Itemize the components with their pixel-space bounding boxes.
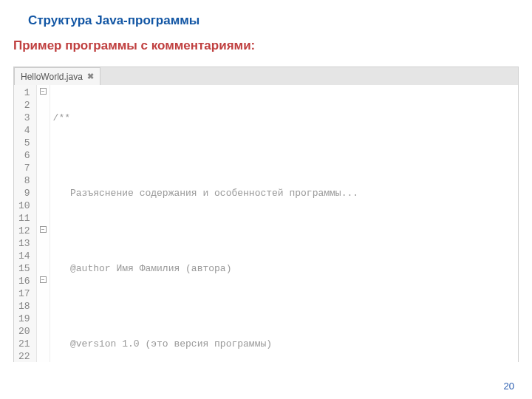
lineno: 17 — [18, 287, 30, 300]
lineno: 15 — [18, 262, 30, 275]
lineno: 8 — [18, 174, 30, 187]
lineno: 5 — [18, 137, 30, 149]
lineno: 22 — [18, 350, 30, 362]
lineno: 10 — [18, 200, 30, 212]
lineno: 18 — [18, 300, 30, 313]
tab-filename: HelloWorld.java — [21, 72, 83, 82]
lineno: 4 — [18, 124, 30, 137]
editor-tabbar: HelloWorld.java ✖ — [14, 67, 518, 85]
code-line: Разъяснение содержания и особенностей пр… — [53, 187, 446, 200]
lineno: 13 — [18, 237, 30, 250]
lineno: 7 — [18, 162, 30, 174]
code-area: 1 2 3 4 5 6 7 8 9 10 11 12 13 14 15 16 1… — [14, 85, 518, 362]
lineno: 9 — [18, 187, 30, 200]
lineno: 16 — [18, 275, 30, 287]
lineno: 2 — [18, 99, 30, 112]
code-line: @version 1.0 (это версия программы) — [53, 338, 446, 350]
lineno: 1 — [18, 86, 30, 99]
close-icon[interactable]: ✖ — [87, 72, 94, 81]
slide-title: Структура Java-программы — [0, 0, 532, 28]
code-content[interactable]: /** Разъяснение содержания и особенносте… — [50, 85, 446, 362]
lineno: 19 — [18, 313, 30, 325]
lineno: 6 — [18, 149, 30, 162]
lineno: 3 — [18, 112, 30, 124]
editor-screenshot: HelloWorld.java ✖ 1 2 3 4 5 6 7 8 9 10 1… — [13, 66, 519, 362]
line-number-gutter: 1 2 3 4 5 6 7 8 9 10 11 12 13 14 15 16 1… — [14, 85, 37, 362]
lineno: 11 — [18, 212, 30, 225]
fold-toggle-icon[interactable]: − — [40, 88, 47, 95]
code-line — [53, 149, 446, 162]
code-line — [53, 300, 446, 313]
code-line — [53, 225, 446, 237]
fold-toggle-icon[interactable]: − — [40, 226, 47, 233]
lineno: 14 — [18, 250, 30, 262]
slide-subtitle: Пример программы с комментариями: — [0, 28, 532, 53]
code-line: /** — [53, 112, 446, 124]
page-number: 20 — [504, 381, 514, 392]
lineno: 12 — [18, 225, 30, 237]
lineno: 21 — [18, 338, 30, 350]
file-tab[interactable]: HelloWorld.java ✖ — [14, 67, 100, 85]
code-line: @author Имя Фамилия (автора) — [53, 262, 446, 275]
fold-column: − − − — [37, 85, 50, 362]
fold-toggle-icon[interactable]: − — [40, 276, 47, 283]
lineno: 20 — [18, 325, 30, 338]
